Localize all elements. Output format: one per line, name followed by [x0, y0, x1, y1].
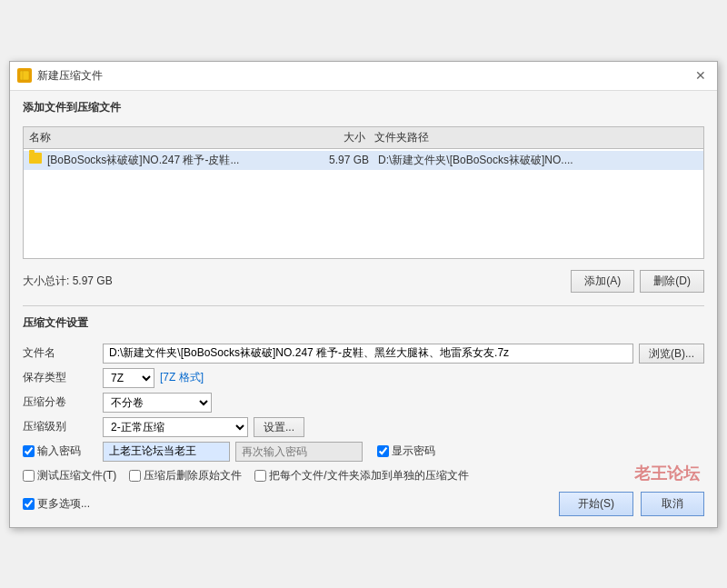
file-table: 名称 大小 文件夹路径 [BoBoSocks袜破破]NO.247 稚予-皮鞋..… [23, 126, 704, 259]
divider [23, 305, 704, 306]
save-type-row: 保存类型 7ZZIPTARGZip [7Z 格式] [23, 368, 704, 388]
app-icon [17, 68, 32, 83]
level-row: 压缩级别 0-仅存储1-最快压缩2-正常压缩5-最大压缩9-极限压缩 设置... [23, 417, 704, 437]
each-file-label[interactable]: 把每个文件/文件夹添加到单独的压缩文件 [254, 468, 468, 483]
password-row: 输入密码 显示密码 [23, 442, 704, 462]
settings-block: 文件名 浏览(B)... 保存类型 7ZZIPTARGZip [7Z 格式] [23, 344, 704, 518]
bottom-action-row: 更多选项... 开始(S) 取消 [23, 490, 704, 518]
each-file-checkbox[interactable] [254, 470, 266, 482]
settings-button[interactable]: 设置... [254, 417, 304, 437]
split-label: 压缩分卷 [23, 394, 95, 410]
col-header-name: 名称 [29, 130, 311, 145]
split-field-row: 不分卷10MB100MB700MB [103, 393, 704, 413]
filename-row: 文件名 浏览(B)... [23, 344, 704, 364]
file-path: D:\新建文件夹\[BoBoSocks袜破破]NO.... [378, 153, 698, 168]
split-row: 压缩分卷 不分卷10MB100MB700MB [23, 393, 704, 413]
close-button[interactable]: ✕ [692, 66, 710, 85]
content-area: 添加文件到压缩文件 名称 大小 文件夹路径 [BoBoSocks袜破破]NO.2… [10, 91, 717, 527]
main-window: 新建压缩文件 ✕ 添加文件到压缩文件 名称 大小 文件夹路径 [9, 61, 718, 528]
format-link[interactable]: [7Z 格式] [160, 370, 204, 385]
save-type-label: 保存类型 [23, 370, 95, 385]
filename-label: 文件名 [23, 345, 95, 361]
password-field-row: 显示密码 [103, 442, 704, 462]
show-password-label[interactable]: 显示密码 [377, 443, 435, 459]
test-compress-checkbox[interactable] [23, 470, 35, 482]
bottom-checkboxes-1: 测试压缩文件(T) 压缩后删除原始文件 把每个文件/文件夹添加到单独的压缩文件 [23, 466, 704, 485]
split-select[interactable]: 不分卷10MB100MB700MB [103, 393, 212, 413]
col-header-size: 大小 [311, 130, 374, 145]
file-name: [BoBoSocks袜破破]NO.247 稚予-皮鞋... [47, 153, 314, 168]
password-checkbox[interactable] [23, 445, 35, 457]
file-table-body: [BoBoSocks袜破破]NO.247 稚予-皮鞋... 5.97 GB D:… [24, 149, 703, 258]
filename-field-row: 浏览(B)... [103, 344, 704, 364]
svg-rect-0 [20, 71, 29, 80]
table-header: 名称 大小 文件夹路径 [24, 127, 703, 149]
level-label: 压缩级别 [23, 419, 95, 434]
delete-after-checkbox[interactable] [129, 470, 141, 482]
show-password-checkbox[interactable] [377, 445, 389, 457]
filename-input[interactable] [103, 344, 633, 364]
level-field-row: 0-仅存储1-最快压缩2-正常压缩5-最大压缩9-极限压缩 设置... [103, 417, 704, 437]
file-section-label: 添加文件到压缩文件 [23, 100, 704, 115]
start-button[interactable]: 开始(S) [559, 492, 633, 516]
more-options-checkbox[interactable] [23, 498, 35, 510]
save-type-select[interactable]: 7ZZIPTARGZip [103, 368, 154, 388]
total-row: 大小总计: 5.97 GB 添加(A) 删除(D) [23, 266, 704, 296]
password-checkbox-label[interactable]: 输入密码 [23, 443, 95, 459]
test-compress-label[interactable]: 测试压缩文件(T) [23, 468, 116, 483]
password-input[interactable] [103, 442, 230, 462]
title-bar: 新建压缩文件 ✕ [10, 62, 717, 91]
level-select[interactable]: 0-仅存储1-最快压缩2-正常压缩5-最大压缩9-极限压缩 [103, 417, 248, 437]
total-size: 大小总计: 5.97 GB [23, 274, 113, 289]
password-confirm-input[interactable] [235, 442, 363, 462]
settings-label: 压缩文件设置 [23, 315, 704, 331]
file-buttons: 添加(A) 删除(D) [571, 270, 704, 293]
add-button[interactable]: 添加(A) [571, 270, 634, 293]
delete-after-label[interactable]: 压缩后删除原始文件 [129, 468, 242, 483]
col-header-path: 文件夹路径 [374, 130, 698, 145]
window-controls: ✕ [692, 66, 710, 85]
folder-icon [29, 153, 44, 167]
save-type-field-row: 7ZZIPTARGZip [7Z 格式] [103, 368, 704, 388]
table-row[interactable]: [BoBoSocks袜破破]NO.247 稚予-皮鞋... 5.97 GB D:… [24, 151, 703, 170]
window-title: 新建压缩文件 [37, 68, 692, 84]
bottom-buttons: 开始(S) 取消 [559, 492, 704, 516]
cancel-button[interactable]: 取消 [641, 492, 704, 516]
delete-button[interactable]: 删除(D) [640, 270, 704, 293]
browse-button[interactable]: 浏览(B)... [639, 344, 704, 364]
file-size: 5.97 GB [314, 154, 378, 166]
more-options-label[interactable]: 更多选项... [23, 496, 90, 512]
